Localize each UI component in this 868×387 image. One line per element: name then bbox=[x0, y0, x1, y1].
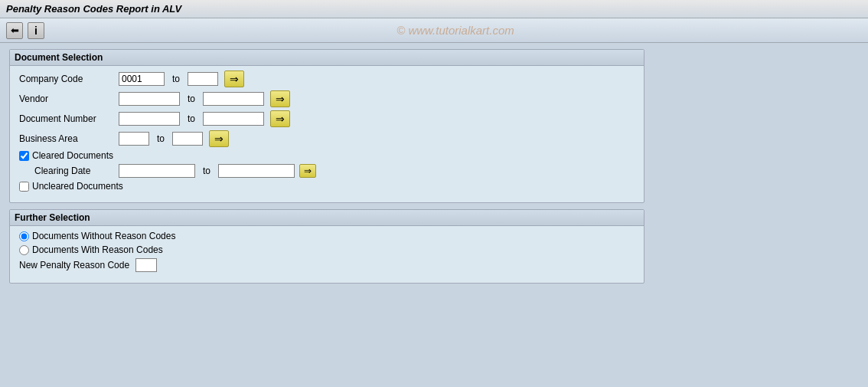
further-selection-header: Further Selection bbox=[10, 210, 644, 226]
clearing-date-row: Clearing Date to ⇒ bbox=[19, 164, 635, 178]
document-number-arrow-button[interactable]: ⇒ bbox=[270, 110, 290, 127]
vendor-label: Vendor bbox=[19, 93, 119, 104]
business-area-arrow-button[interactable]: ⇒ bbox=[209, 130, 229, 147]
docs-without-reason-codes-radio[interactable] bbox=[19, 231, 29, 241]
document-number-label: Document Number bbox=[19, 113, 119, 124]
cleared-documents-label: Cleared Documents bbox=[32, 150, 113, 161]
company-code-row: Company Code to ⇒ bbox=[19, 71, 635, 87]
back-icon[interactable]: ⬅ bbox=[6, 22, 23, 39]
new-penalty-reason-code-label: New Penalty Reason Code bbox=[19, 260, 129, 271]
new-penalty-reason-code-input[interactable] bbox=[135, 258, 157, 272]
main-content: Document Selection Company Code to ⇒ Ven… bbox=[0, 43, 868, 296]
company-code-to-label: to bbox=[172, 74, 180, 84]
vendor-to-input[interactable] bbox=[203, 92, 264, 106]
clearing-date-to-label: to bbox=[203, 166, 210, 176]
document-number-to-label: to bbox=[188, 113, 195, 124]
clearing-date-label: Clearing Date bbox=[34, 166, 119, 176]
page-title: Penalty Reason Codes Report in ALV bbox=[6, 3, 181, 15]
company-code-to-input[interactable] bbox=[188, 72, 218, 86]
document-selection-section: Document Selection Company Code to ⇒ Ven… bbox=[9, 49, 644, 203]
info-icon[interactable]: i bbox=[28, 22, 44, 39]
vendor-to-label: to bbox=[188, 93, 195, 104]
document-selection-header: Document Selection bbox=[10, 50, 644, 66]
document-selection-body: Company Code to ⇒ Vendor to ⇒ Document N… bbox=[10, 66, 644, 202]
docs-with-reason-codes-radio[interactable] bbox=[19, 245, 29, 255]
new-penalty-reason-code-row: New Penalty Reason Code bbox=[19, 258, 635, 272]
company-code-label: Company Code bbox=[19, 74, 119, 84]
further-selection-section: Further Selection Documents Without Reas… bbox=[9, 209, 644, 284]
business-area-label: Business Area bbox=[19, 133, 119, 144]
watermark: © www.tutorialkart.com bbox=[49, 24, 862, 37]
cleared-documents-checkbox[interactable] bbox=[19, 151, 29, 161]
docs-with-reason-codes-row: Documents With Reason Codes bbox=[19, 244, 635, 255]
company-code-arrow-button[interactable]: ⇒ bbox=[224, 71, 244, 87]
vendor-row: Vendor to ⇒ bbox=[19, 90, 635, 107]
cleared-documents-row: Cleared Documents bbox=[19, 150, 635, 161]
clearing-date-from-input[interactable] bbox=[119, 164, 195, 178]
uncleared-documents-checkbox[interactable] bbox=[19, 182, 29, 192]
toolbar: ⬅ i © www.tutorialkart.com bbox=[0, 18, 868, 43]
clearing-date-arrow-button[interactable]: ⇒ bbox=[299, 164, 316, 178]
company-code-from-input[interactable] bbox=[119, 72, 165, 86]
vendor-arrow-button[interactable]: ⇒ bbox=[270, 90, 290, 107]
business-area-to-input[interactable] bbox=[172, 132, 203, 146]
docs-without-reason-codes-row: Documents Without Reason Codes bbox=[19, 231, 635, 241]
docs-without-reason-codes-label: Documents Without Reason Codes bbox=[32, 231, 175, 241]
further-selection-body: Documents Without Reason Codes Documents… bbox=[10, 226, 644, 283]
document-number-from-input[interactable] bbox=[119, 112, 180, 126]
clearing-date-to-input[interactable] bbox=[218, 164, 295, 178]
uncleared-documents-row: Uncleared Documents bbox=[19, 181, 635, 192]
document-number-row: Document Number to ⇒ bbox=[19, 110, 635, 127]
business-area-row: Business Area to ⇒ bbox=[19, 130, 635, 147]
uncleared-documents-label: Uncleared Documents bbox=[32, 181, 123, 192]
document-number-to-input[interactable] bbox=[203, 112, 264, 126]
business-area-to-label: to bbox=[157, 133, 165, 144]
title-bar: Penalty Reason Codes Report in ALV bbox=[0, 0, 868, 18]
business-area-from-input[interactable] bbox=[119, 132, 149, 146]
vendor-from-input[interactable] bbox=[119, 92, 180, 106]
docs-with-reason-codes-label: Documents With Reason Codes bbox=[32, 244, 163, 255]
